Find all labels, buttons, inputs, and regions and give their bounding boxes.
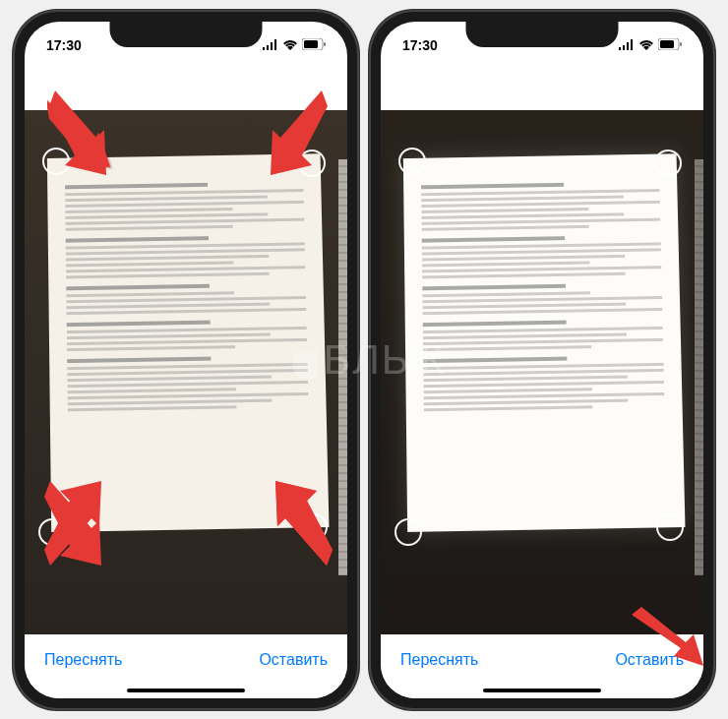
background-keyboard xyxy=(695,159,703,575)
crop-handle-bottom-left[interactable] xyxy=(38,518,66,546)
battery-icon xyxy=(302,37,326,53)
retake-button[interactable]: Переснять xyxy=(400,651,478,669)
screen-left: 17:30 xyxy=(25,22,347,698)
crop-handle-top-left[interactable] xyxy=(398,148,426,175)
camera-view[interactable] xyxy=(25,110,347,634)
status-indicators xyxy=(262,37,326,53)
status-time: 17:30 xyxy=(402,37,438,53)
crop-handle-top-left[interactable] xyxy=(42,148,70,175)
home-indicator[interactable] xyxy=(483,689,601,692)
home-indicator[interactable] xyxy=(127,689,245,692)
wifi-icon xyxy=(638,37,654,53)
background-keyboard xyxy=(338,159,347,575)
retake-button[interactable]: Переснять xyxy=(44,651,122,669)
signal-icon xyxy=(262,37,278,53)
wifi-icon xyxy=(282,37,298,53)
status-indicators xyxy=(618,37,682,53)
notch xyxy=(110,22,263,47)
screen-right: 17:30 xyxy=(381,22,703,698)
header-space xyxy=(381,61,703,110)
crop-handle-top-right[interactable] xyxy=(654,150,682,177)
keep-button[interactable]: Оставить xyxy=(615,651,684,669)
crop-handle-bottom-left[interactable] xyxy=(394,518,422,546)
crop-handle-top-right[interactable] xyxy=(298,150,326,177)
keep-button[interactable]: Оставить xyxy=(259,651,328,669)
crop-handle-bottom-right[interactable] xyxy=(300,513,328,541)
scanned-document xyxy=(403,153,686,532)
phone-right: 17:30 xyxy=(369,10,715,710)
signal-icon xyxy=(618,37,635,53)
battery-icon xyxy=(658,37,682,53)
phone-left: 17:30 xyxy=(13,10,359,710)
status-time: 17:30 xyxy=(46,37,82,53)
crop-handle-bottom-right[interactable] xyxy=(656,513,684,541)
svg-rect-5 xyxy=(680,42,682,46)
svg-rect-1 xyxy=(304,40,318,48)
notch xyxy=(466,22,619,47)
header-space xyxy=(25,61,347,110)
svg-rect-4 xyxy=(660,40,674,48)
svg-rect-2 xyxy=(324,42,326,46)
scanned-document xyxy=(47,153,330,532)
camera-view[interactable] xyxy=(381,110,703,634)
